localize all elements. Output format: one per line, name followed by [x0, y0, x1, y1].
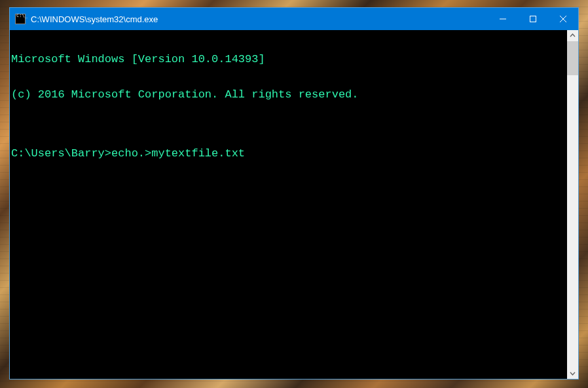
- scroll-down-button[interactable]: [567, 368, 578, 379]
- vertical-scrollbar[interactable]: [567, 30, 578, 379]
- console-line: (c) 2016 Microsoft Corporation. All righ…: [11, 89, 566, 101]
- chevron-up-icon: [570, 33, 576, 39]
- close-button[interactable]: [548, 8, 578, 30]
- minimize-button[interactable]: [488, 8, 518, 30]
- client-area: Microsoft Windows [Version 10.0.14393] (…: [10, 30, 578, 379]
- console-line: C:\Users\Barry>echo.>mytextfile.txt: [11, 148, 566, 160]
- cmd-icon: [15, 14, 26, 24]
- desktop-wallpaper: C:\WINDOWS\system32\cmd.exe Microsoft Wi…: [0, 0, 588, 388]
- cmd-window: C:\WINDOWS\system32\cmd.exe Microsoft Wi…: [9, 7, 579, 379]
- window-controls: [488, 8, 578, 30]
- chevron-down-icon: [570, 370, 576, 376]
- svg-rect-0: [530, 16, 536, 22]
- scroll-track[interactable]: [567, 41, 578, 368]
- minimize-icon: [500, 16, 506, 22]
- maximize-button[interactable]: [518, 8, 548, 30]
- console-output[interactable]: Microsoft Windows [Version 10.0.14393] (…: [10, 30, 567, 379]
- scroll-thumb[interactable]: [567, 41, 578, 75]
- maximize-icon: [530, 16, 536, 22]
- close-icon: [560, 16, 566, 22]
- console-line: Microsoft Windows [Version 10.0.14393]: [11, 54, 566, 65]
- scroll-up-button[interactable]: [567, 30, 578, 41]
- window-title: C:\WINDOWS\system32\cmd.exe: [31, 14, 488, 24]
- titlebar[interactable]: C:\WINDOWS\system32\cmd.exe: [10, 8, 578, 30]
